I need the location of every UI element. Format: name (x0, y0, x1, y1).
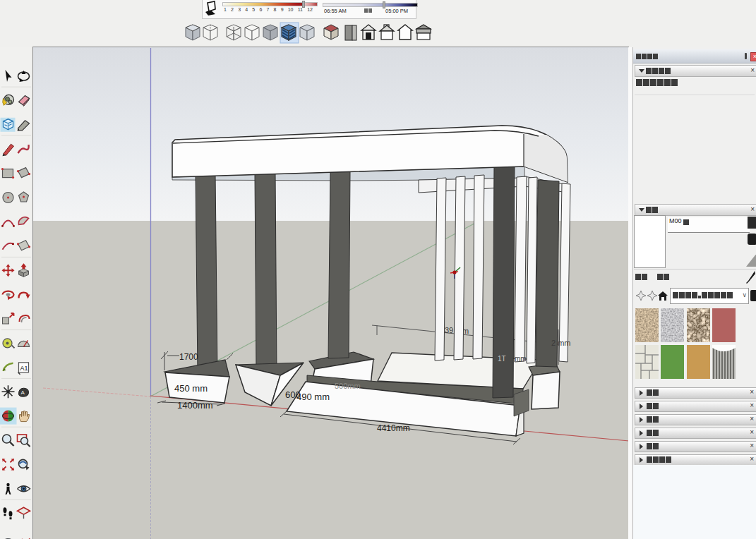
svg-text:450 mm: 450 mm (174, 383, 208, 394)
svg-text:A: A (21, 389, 25, 396)
svg-text:490 mm: 490 mm (296, 392, 330, 402)
svg-text:2 mm: 2 mm (551, 339, 571, 347)
svg-text:4410mm: 4410mm (377, 423, 410, 433)
svg-text:A1: A1 (20, 365, 28, 372)
svg-text:1T: 1T (498, 355, 506, 363)
svg-text:1400mm: 1400mm (177, 400, 213, 411)
svg-text:39: 39 (445, 326, 453, 334)
svg-text:500mm: 500mm (335, 382, 361, 390)
svg-text:mm: mm (515, 355, 527, 363)
svg-text:1700: 1700 (179, 352, 198, 362)
